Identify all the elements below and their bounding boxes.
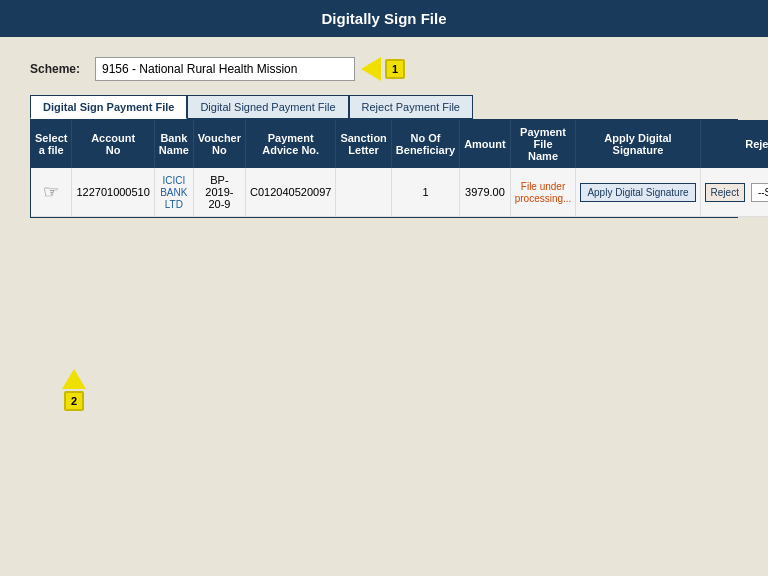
reject-cell-wrapper: Reject --Select-- xyxy=(705,183,768,202)
col-select: Selecta file xyxy=(31,120,72,168)
arrow-2-shape xyxy=(62,369,86,389)
col-reject: Reject xyxy=(700,120,768,168)
page-wrapper: Digitally Sign File Scheme: 9156 - Natio… xyxy=(0,0,768,576)
bank-name-text: ICICI BANK LTD xyxy=(160,175,187,210)
payment-table: Selecta file AccountNo BankName VoucherN… xyxy=(31,120,768,217)
tabs-row: Digital Sign Payment File Digital Signed… xyxy=(30,95,738,119)
tab-digital-signed-payment[interactable]: Digital Signed Payment File xyxy=(187,95,348,119)
col-apply-digital-sig: Apply DigitalSignature xyxy=(576,120,700,168)
tab-digital-sign-payment[interactable]: Digital Sign Payment File xyxy=(30,95,187,119)
col-amount: Amount xyxy=(460,120,511,168)
cell-bank-name: ICICI BANK LTD xyxy=(154,168,193,217)
col-sanction-letter: SanctionLetter xyxy=(336,120,391,168)
table-header-row: Selecta file AccountNo BankName VoucherN… xyxy=(31,120,768,168)
reject-button[interactable]: Reject xyxy=(705,183,745,202)
scheme-dropdown[interactable]: 9156 - National Rural Health Mission xyxy=(95,57,355,81)
scheme-row: Scheme: 9156 - National Rural Health Mis… xyxy=(30,57,738,81)
tab-reject-payment[interactable]: Reject Payment File xyxy=(349,95,473,119)
col-payment-file-name: PaymentFileName xyxy=(510,120,576,168)
apply-digital-signature-button[interactable]: Apply Digital Signature xyxy=(580,183,695,202)
cell-beneficiary: 1 xyxy=(391,168,459,217)
select-file-icon[interactable]: ☞ xyxy=(43,182,59,202)
col-payment-advice: PaymentAdvice No. xyxy=(246,120,336,168)
page-title: Digitally Sign File xyxy=(321,10,446,27)
annotation-2-badge: 2 xyxy=(64,391,84,411)
data-table-container: Selecta file AccountNo BankName VoucherN… xyxy=(30,119,738,218)
table-row: ☞ 122701000510 ICICI BANK LTD BP-2019-20… xyxy=(31,168,768,217)
col-bank-name: BankName xyxy=(154,120,193,168)
annotation-1-badge: 1 xyxy=(385,59,405,79)
annotation-1-wrapper: 1 xyxy=(361,57,405,81)
content-area: Scheme: 9156 - National Rural Health Mis… xyxy=(0,37,768,238)
page-header: Digitally Sign File xyxy=(0,0,768,37)
cell-file-status: File under processing... xyxy=(510,168,576,217)
cell-amount: 3979.00 xyxy=(460,168,511,217)
cell-apply-sig: Apply Digital Signature xyxy=(576,168,700,217)
scheme-label: Scheme: xyxy=(30,62,85,76)
cell-account-no: 122701000510 xyxy=(72,168,154,217)
col-no-of-beneficiary: No OfBeneficiary xyxy=(391,120,459,168)
cell-voucher-no: BP-2019-20-9 xyxy=(193,168,245,217)
annotation-2-wrapper: 2 xyxy=(62,369,86,411)
cell-payment-advice: C012040520097 xyxy=(246,168,336,217)
scheme-select-wrapper: 9156 - National Rural Health Mission 1 xyxy=(95,57,405,81)
col-voucher-no: VoucherNo xyxy=(193,120,245,168)
arrow-1-shape xyxy=(361,57,381,81)
cell-select: ☞ xyxy=(31,168,72,217)
col-account-no: AccountNo xyxy=(72,120,154,168)
cell-reject: Reject --Select-- xyxy=(700,168,768,217)
reject-reason-dropdown[interactable]: --Select-- xyxy=(751,183,768,202)
file-status-text: File under processing... xyxy=(515,181,572,204)
cell-sanction-letter xyxy=(336,168,391,217)
